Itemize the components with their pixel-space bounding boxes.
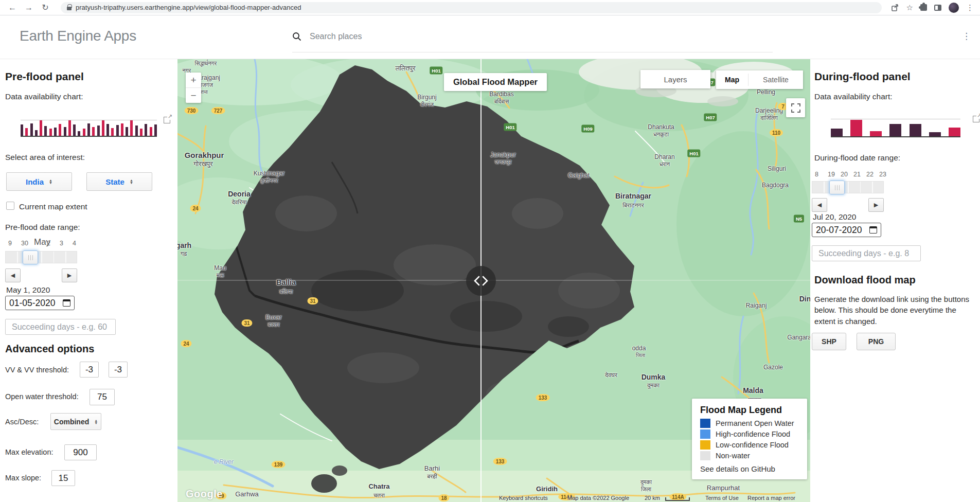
pre-date-input[interactable]: 01-05-2020: [5, 296, 75, 310]
chart-bar: [150, 127, 152, 136]
legend-swatch: [700, 440, 710, 450]
pre-slider-handle[interactable]: [23, 250, 38, 264]
zoom-in-button[interactable]: +: [186, 73, 201, 87]
chart-bar: [59, 124, 61, 136]
country-select-value: India: [26, 177, 44, 186]
state-select[interactable]: State ▲▼: [86, 172, 152, 191]
map-data-attribution: Map data ©2022 Google: [567, 495, 629, 501]
browser-menu-icon[interactable]: ⋮: [966, 3, 974, 12]
chart-bar: [83, 129, 85, 136]
app-window: ← → ↻ pratyush-tripathy.users.earthengin…: [0, 0, 980, 502]
pre-slider-prev-button[interactable]: ◀: [5, 268, 21, 282]
max-elevation-value: 900: [73, 447, 87, 458]
vv-threshold-input-1[interactable]: -3: [80, 362, 99, 378]
profile-avatar[interactable]: [949, 3, 959, 13]
slider-tick: 22: [866, 171, 874, 178]
max-elevation-input[interactable]: 900: [64, 444, 97, 460]
back-icon[interactable]: ←: [6, 3, 19, 12]
slider-tick: 20: [841, 171, 848, 178]
search-places-input[interactable]: Search places: [292, 21, 773, 52]
legend-item: Non-water: [700, 451, 800, 460]
address-bar[interactable]: pratyush-tripathy.users.earthengine.app/…: [61, 2, 882, 13]
chart-bar: [949, 128, 960, 136]
reload-icon[interactable]: ↻: [39, 3, 51, 12]
download-png-button[interactable]: PNG: [857, 333, 896, 350]
pre-days-placeholder: Succeeding days - e.g. 60: [12, 322, 107, 332]
github-details-link[interactable]: See details on GitHub: [700, 464, 800, 473]
country-select[interactable]: India ▲▼: [6, 172, 72, 191]
scale-label: 20 km: [645, 495, 660, 501]
legend-item: Low-confidence Flood: [700, 440, 800, 450]
during-slider-next-button[interactable]: ▶: [868, 198, 884, 212]
asc-desc-label: Asc/Desc:: [5, 418, 39, 426]
pre-chart-external-link-icon[interactable]: [164, 117, 170, 123]
report-map-error-link[interactable]: Report a map error: [747, 495, 795, 501]
pre-flood-panel: Pre-flood panel Data availability chart:…: [0, 59, 177, 502]
zoom-out-button[interactable]: −: [186, 88, 201, 103]
keyboard-shortcuts-link[interactable]: Keyboard shortcuts: [499, 495, 548, 501]
during-chart-external-link-icon[interactable]: [973, 116, 979, 122]
pre-slider-next-button[interactable]: ▶: [62, 268, 77, 282]
bookmark-star-icon[interactable]: ☆: [906, 3, 913, 12]
share-icon[interactable]: [891, 4, 899, 12]
select-arrows-icon: ▲▼: [49, 179, 52, 184]
vv-threshold-input-2[interactable]: -3: [109, 362, 128, 378]
pre-succeeding-days-input[interactable]: Succeeding days - e.g. 60: [5, 319, 116, 335]
chart-bar: [25, 128, 28, 136]
side-panel-icon[interactable]: [934, 5, 941, 11]
calendar-icon[interactable]: [63, 299, 70, 307]
open-water-label: Open water threshold:: [5, 392, 79, 401]
legend-item: Permanent Open Water: [700, 419, 800, 428]
swipe-chevrons-icon: [466, 266, 496, 296]
chart-bar: [73, 124, 76, 136]
during-slider-handle[interactable]: [829, 181, 845, 194]
map-type-map-button[interactable]: Map: [716, 70, 748, 89]
pre-date-slider[interactable]: [5, 251, 77, 263]
chart-bar: [145, 124, 147, 136]
browser-toolbar: ← → ↻ pratyush-tripathy.users.earthengin…: [0, 0, 980, 15]
current-extent-label: Current map extent: [19, 202, 87, 211]
during-flood-panel: During-flood panel Data availability cha…: [810, 59, 980, 502]
download-shp-button[interactable]: SHP: [812, 333, 846, 350]
during-days-placeholder: Succeeding days - e.g. 8: [818, 249, 909, 258]
during-date-range-label: During-flood date range:: [814, 153, 900, 163]
chart-bar: [135, 126, 138, 136]
calendar-icon[interactable]: [869, 226, 877, 234]
fullscreen-button[interactable]: [786, 98, 805, 117]
during-date-slider[interactable]: [812, 181, 884, 193]
layers-button[interactable]: Layers: [640, 70, 710, 88]
extensions-icon[interactable]: [920, 4, 927, 11]
slider-tick: 30: [21, 240, 28, 247]
terms-of-use-link[interactable]: Terms of Use: [705, 495, 739, 501]
map-canvas[interactable]: सिद्धार्थनगरनगरMaharajganjमहाराजगंजलोक स…: [177, 59, 810, 502]
chart-bar: [68, 120, 71, 136]
during-date-input[interactable]: 20-07-2020: [812, 223, 881, 237]
during-date-text: Jul 20, 2020: [813, 212, 856, 222]
max-slope-input[interactable]: 15: [51, 470, 75, 486]
open-water-value: 75: [97, 392, 107, 402]
chart-bar: [64, 127, 66, 136]
vv-threshold-label: VV & VV threshold:: [5, 366, 69, 374]
chart-bar: [140, 129, 142, 136]
app-menu-icon[interactable]: ⋮: [962, 31, 971, 42]
forward-icon[interactable]: →: [23, 3, 35, 12]
search-placeholder: Search places: [310, 32, 362, 41]
select-arrows-icon: ▲▼: [130, 179, 133, 184]
current-extent-checkbox[interactable]: [6, 202, 14, 210]
chart-bar: [21, 124, 23, 136]
chart-bar: [30, 123, 33, 136]
app-title: Earth Engine Apps: [20, 28, 136, 44]
open-water-input[interactable]: 75: [90, 389, 115, 405]
pre-date-range-label: Pre-flood date range:: [5, 223, 80, 232]
chart-bar: [831, 129, 843, 136]
asc-desc-select[interactable]: Combined ▲▼: [50, 413, 101, 430]
chart-bar: [889, 124, 901, 136]
legend-swatch: [700, 451, 710, 460]
during-succeeding-days-input[interactable]: Succeeding days - e.g. 8: [812, 245, 921, 261]
swipe-handle[interactable]: [466, 266, 496, 296]
slider-tick: 2: [47, 240, 50, 247]
during-slider-prev-button[interactable]: ◀: [812, 198, 827, 212]
chart-bar: [929, 132, 941, 136]
legend-label: Permanent Open Water: [716, 419, 794, 427]
map-type-satellite-button[interactable]: Satellite: [749, 70, 803, 89]
